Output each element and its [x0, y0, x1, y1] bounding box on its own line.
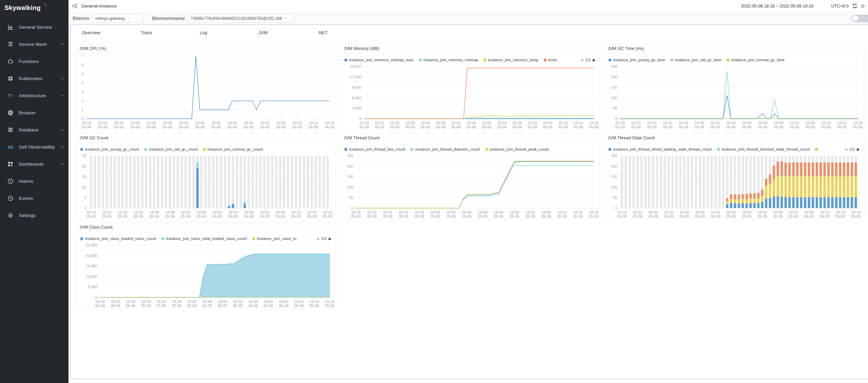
- chevron-down-icon: ∨: [61, 162, 64, 166]
- legend-item[interactable]: instance_jvm_normal_gc_time: [727, 58, 784, 62]
- sidebar-item-events[interactable]: Events: [0, 190, 69, 207]
- legend-item[interactable]: instance_jvm_memory_noheap: [419, 58, 478, 62]
- sidebar-item-label: Browser: [19, 110, 64, 115]
- sidebar-item-service-mesh[interactable]: Service Mesh∨: [0, 36, 69, 53]
- legend-item[interactable]: instance_jvm_memory_heap: [483, 58, 538, 62]
- svg-text:05-08: 05-08: [279, 304, 288, 308]
- svg-text:05-08: 05-08: [790, 125, 799, 129]
- legend-item[interactable]: instance_jvm_old_gc_count: [144, 147, 198, 151]
- legend-item[interactable]: instance_jvm_class_loaded_class_count: [80, 237, 156, 241]
- svg-text:18:58: 18:58: [244, 121, 253, 125]
- svg-text:05-08: 05-08: [647, 125, 656, 129]
- panel-title: JVM Thread Count: [340, 133, 600, 143]
- sidebar-item-dashboards[interactable]: Dashboards∨: [0, 155, 69, 173]
- sidebar-item-kubernetes[interactable]: Kubernetes∨: [0, 70, 69, 87]
- panel-title: JVM GC Time (ms): [604, 44, 864, 53]
- sidebar-item-settings[interactable]: Settings: [0, 207, 69, 224]
- svg-text:05-08: 05-08: [325, 125, 334, 129]
- svg-text:18:58: 18:58: [512, 121, 522, 125]
- svg-text:19:14: 19:14: [835, 210, 845, 214]
- legend-label: instance_jvm_old_gc_count: [149, 147, 198, 151]
- clock-icon: [8, 195, 13, 201]
- svg-text:05-08: 05-08: [853, 125, 863, 129]
- svg-text:05-08: 05-08: [399, 214, 408, 218]
- legend-item[interactable]: instance_jvm_young_gc_time: [608, 58, 665, 62]
- auto-refresh-toggle[interactable]: [852, 15, 868, 22]
- chart-canvas-jvm-cpu[interactable]: 0123456718:1805-0818:2205-0818:2605-0818…: [76, 53, 336, 130]
- sidebar-item-infrastructure[interactable]: Infrastructure∨: [0, 87, 69, 104]
- time-range[interactable]: 2022-05-08 18:18 ~ 2022-05-08 19:18: [741, 4, 814, 9]
- chart-canvas-jvm-class-count[interactable]: 05,00010,00015,00020,00025,00018:1805-08…: [76, 242, 336, 308]
- svg-text:19:18: 19:18: [323, 210, 332, 214]
- sidebar-item-general-service[interactable]: General Service: [0, 18, 69, 36]
- svg-text:18:38: 18:38: [163, 121, 172, 125]
- chart-canvas-jvm-thread-state-count[interactable]: 05010015020025018:1805-0818:2205-0818:26…: [604, 153, 864, 219]
- legend-item[interactable]: instance_jvm_thread_live_count: [344, 147, 405, 151]
- panels-grid: JVM CPU (%)0123456718:1805-0818:2205-081…: [71, 40, 868, 309]
- legend-item[interactable]: instance_jvm_thread_daemon_count: [410, 147, 480, 151]
- sidebar-item-browser[interactable]: Browser: [0, 104, 69, 121]
- panel-jvm-thread-state-count: JVM Thread State Countinstance_jvm_threa…: [604, 133, 864, 219]
- sidebar-item-alarms[interactable]: Alarms: [0, 173, 69, 190]
- legend-label: instance_jvm_old_gc_time: [675, 58, 722, 62]
- legend-item[interactable]: instance_jvm_normal_gc_count: [203, 147, 263, 151]
- sidebar-item-database[interactable]: Database∨: [0, 121, 69, 138]
- svg-text:05-08: 05-08: [383, 214, 392, 218]
- svg-text:19:02: 19:02: [789, 210, 798, 214]
- svg-text:19:18: 19:18: [325, 121, 334, 125]
- collapse-sidebar-icon[interactable]: [72, 3, 78, 9]
- tab-net[interactable]: .NET: [315, 25, 374, 40]
- legend-item[interactable]: instance_jvm_class_total_loaded_class_co…: [161, 237, 247, 241]
- legend-prev-icon[interactable]: ◀: [844, 147, 847, 152]
- svg-text:19:14: 19:14: [573, 210, 583, 214]
- utc-offset[interactable]: UTC+8:0: [831, 4, 848, 9]
- svg-text:50: 50: [349, 195, 353, 200]
- svg-text:05-08: 05-08: [114, 125, 124, 129]
- service-select[interactable]: shenyu-gateway ∨: [92, 14, 143, 23]
- svg-text:18:26: 18:26: [126, 299, 136, 304]
- legend-item[interactable]: instance_jvm_young_gc_count: [80, 147, 139, 151]
- svg-text:19:10: 19:10: [291, 210, 301, 214]
- sidebar-menu: General ServiceService Mesh∨FunctionsKub…: [0, 18, 69, 224]
- tab-jvm[interactable]: JVM: [257, 25, 315, 40]
- legend-prev-icon[interactable]: ◀: [316, 237, 319, 241]
- svg-text:05-08: 05-08: [774, 125, 783, 129]
- skywalking-logo: Skywalking: [0, 0, 69, 14]
- panel-jvm-gc-time: JVM GC Time (ms)instance_jvm_young_gc_ti…: [604, 44, 864, 130]
- svg-text:05-08: 05-08: [478, 214, 487, 218]
- sidebar-item-self-observability[interactable]: SwSelf Observability∨: [0, 138, 69, 155]
- legend-prev-icon[interactable]: ◀: [580, 58, 583, 62]
- legend-next-icon[interactable]: ▶: [329, 237, 332, 241]
- legend-item[interactable]: instance_jvm_old_gc_time: [670, 58, 722, 62]
- tab-overview[interactable]: Overview: [80, 25, 139, 40]
- legend-item[interactable]: insta: [544, 58, 557, 62]
- svg-text:18:58: 18:58: [773, 210, 783, 214]
- svg-text:05-08: 05-08: [390, 125, 399, 129]
- chart-canvas-jvm-gc-time[interactable]: 05010015020025018:1805-0818:2205-0818:26…: [604, 64, 864, 130]
- legend-item[interactable]: instance_jvm_thread_blocked_state_thread…: [717, 147, 810, 151]
- chart-canvas-jvm-gc-count[interactable]: 051015202518:1805-0818:2205-0818:2605-08…: [76, 153, 336, 219]
- svg-text:18:22: 18:22: [102, 210, 112, 214]
- legend-item[interactable]: instance_jvm_memory_noheap_max: [344, 58, 413, 62]
- svg-text:150: 150: [611, 85, 617, 89]
- legend-next-icon[interactable]: ▶: [857, 147, 860, 152]
- legend-next-icon[interactable]: ▶: [593, 58, 596, 62]
- chart-canvas-jvm-thread-count[interactable]: 05010015020025018:1805-0818:2205-0818:26…: [340, 153, 600, 219]
- svg-text:6: 6: [82, 63, 84, 67]
- sidebar-item-functions[interactable]: Functions: [0, 53, 69, 70]
- service-instance-select[interactable]: 74d96c778c694c6b9b6322c62d55b765@192.168…: [187, 14, 294, 23]
- tab-log[interactable]: Log: [198, 25, 257, 40]
- legend-item[interactable]: [815, 148, 820, 151]
- tab-trace[interactable]: Trace: [139, 25, 198, 40]
- clock-icon-partial[interactable]: [861, 3, 865, 9]
- chart-canvas-jvm-memory[interactable]: 03,0006,0009,00012,00015,00018:1805-0818…: [340, 64, 600, 130]
- legend-item[interactable]: instance_jvm_thread_peak_count: [485, 147, 549, 151]
- svg-text:05-08: 05-08: [414, 214, 424, 218]
- svg-text:18:46: 18:46: [726, 121, 736, 125]
- legend-item[interactable]: instance_jvm_thread_timed_waiting_state_…: [608, 147, 712, 151]
- svg-text:05-08: 05-08: [436, 125, 445, 129]
- refresh-icon[interactable]: [852, 3, 858, 9]
- svg-text:150: 150: [347, 175, 353, 179]
- svg-text:05-08: 05-08: [181, 214, 190, 218]
- legend-item[interactable]: instance_jvm_class_to: [252, 237, 297, 241]
